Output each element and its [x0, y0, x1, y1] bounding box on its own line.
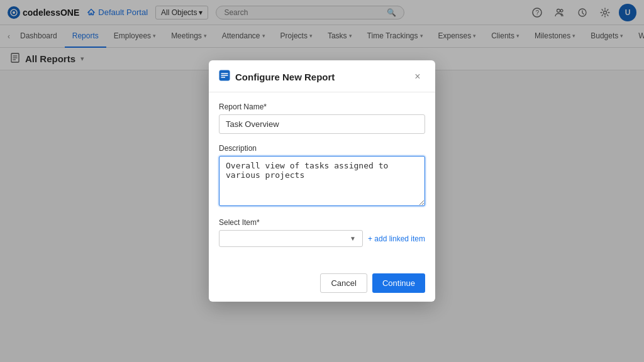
cancel-button[interactable]: Cancel [320, 273, 367, 293]
report-name-label: Report Name* [219, 102, 425, 111]
continue-button[interactable]: Continue [372, 273, 425, 293]
select-item-label: Select Item* [219, 218, 425, 227]
configure-report-modal: Configure New Report × Report Name* Desc… [209, 60, 435, 302]
modal-title-group: Configure New Report [219, 70, 335, 84]
modal-footer: Cancel Continue [209, 267, 435, 302]
main-content: Configure New Report × Report Name* Desc… [0, 70, 644, 362]
description-label: Description [219, 144, 425, 153]
modal-body: Report Name* Description Select Item* ▼ [209, 92, 435, 267]
report-name-input[interactable] [219, 114, 425, 134]
description-textarea[interactable] [219, 156, 425, 206]
report-name-group: Report Name* [219, 102, 425, 134]
modal-title: Configure New Report [235, 72, 335, 82]
modal-close-button[interactable]: × [410, 69, 425, 84]
select-item-dropdown[interactable]: ▼ [219, 230, 363, 247]
select-item-group: Select Item* ▼ + add linked item [219, 218, 425, 247]
description-group: Description [219, 144, 425, 208]
add-linked-item-button[interactable]: + add linked item [368, 234, 425, 243]
modal-header: Configure New Report × [209, 60, 435, 92]
modal-title-icon [219, 70, 230, 84]
select-item-row: ▼ + add linked item [219, 230, 425, 247]
modal-overlay: Configure New Report × Report Name* Desc… [0, 0, 644, 362]
select-dropdown-arrow: ▼ [350, 235, 356, 242]
